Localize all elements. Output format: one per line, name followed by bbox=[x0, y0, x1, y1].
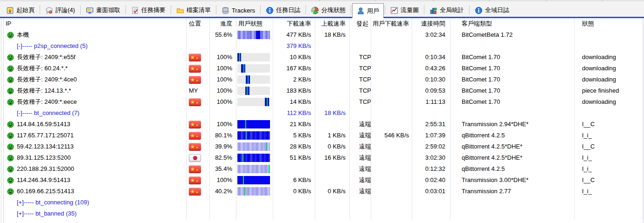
tab-separator bbox=[125, 5, 126, 14]
location-code: MY bbox=[189, 85, 198, 96]
group-label[interactable]: [-]----- p2sp_connected (5) bbox=[17, 42, 88, 49]
peer-download-rate-cell bbox=[371, 119, 412, 130]
download-rate-cell: 183 KB/s bbox=[273, 85, 315, 96]
tab-piece-map[interactable]: 分塊狀態 bbox=[307, 4, 350, 17]
progress-cell bbox=[210, 208, 236, 219]
peer-row[interactable]: 114.84.16.59:51413100%21 KB/s遠端2:55:31Tr… bbox=[4, 119, 644, 130]
ip-cell: 長效種子: 124.13.*.* bbox=[4, 85, 187, 96]
location-cell bbox=[187, 96, 210, 108]
group-row[interactable]: [-]----- p2sp_connected (5)379 KB/s bbox=[4, 41, 644, 52]
client-type-cell: qBittorrent 4.2.5 bbox=[450, 163, 575, 175]
status-cell: downloading bbox=[575, 96, 644, 108]
peer-row[interactable]: 89.31.125.123:520082.5%51 KB/s16 KB/s遠端3… bbox=[4, 152, 644, 163]
peer-download-rate-cell bbox=[371, 197, 412, 208]
tab-comments[interactable]: 評論(4) bbox=[41, 4, 79, 17]
peer-row[interactable]: 114.246.34.9:51413100%6 KB/s遠端0:02:40Tra… bbox=[4, 175, 644, 186]
connection-time-cell: 0:10:30 bbox=[412, 74, 450, 85]
peer-status-bar-cell bbox=[236, 108, 273, 119]
home-page-icon bbox=[6, 7, 14, 14]
download-rate-cell: 379 KB/s bbox=[273, 41, 315, 52]
peer-row[interactable]: 長效種子: 2409:*:eece100%14 KB/sTCP1:11:13Bi… bbox=[4, 96, 644, 108]
column-header-6[interactable]: 上載速率 bbox=[315, 18, 350, 29]
column-header-2[interactable]: 位置 bbox=[187, 18, 210, 29]
upload-rate-cell: 1 KB/s bbox=[315, 130, 350, 141]
tab-label: 全局統計 bbox=[440, 6, 464, 14]
initiation-cell: 遠端 bbox=[350, 163, 371, 175]
bar-position-tick bbox=[248, 75, 249, 84]
column-header-1[interactable]: IP bbox=[4, 18, 187, 29]
global-log-icon bbox=[475, 7, 483, 14]
progress-cell: 100% bbox=[210, 63, 236, 74]
tab-separator bbox=[469, 5, 470, 14]
column-header-11[interactable]: 狀態 bbox=[575, 18, 644, 29]
peer-row[interactable]: 220.188.29.31:5200035.4%遠端0:12:32qBittor… bbox=[4, 163, 644, 175]
progress-cell: 100% bbox=[210, 74, 236, 85]
peer-row[interactable]: 長效種子: 2409:*:4ce0100%2 KB/sTCP0:10:30Bit… bbox=[4, 74, 644, 85]
column-header-4[interactable]: 用戶狀態 bbox=[236, 18, 273, 29]
group-row[interactable]: [+]----- bt_connecting (109) bbox=[4, 197, 644, 208]
status-cell: I_i_ bbox=[575, 186, 644, 197]
peer-row[interactable]: 60.169.66.215:5141340.2%0 KB/s0 KB/s遠端0:… bbox=[4, 186, 644, 197]
tab-home-page[interactable]: 起始頁 bbox=[2, 4, 39, 17]
tab-label: 任務摘要 bbox=[141, 6, 166, 14]
column-header-3[interactable]: 進度 bbox=[210, 18, 236, 29]
tab-separator bbox=[424, 5, 424, 14]
status-cell: I_i_ bbox=[575, 130, 644, 141]
tab-separator bbox=[40, 5, 40, 14]
piece-map-icon bbox=[311, 7, 319, 14]
tab-label: 全域日誌 bbox=[485, 6, 509, 14]
peer-status-bar-cell bbox=[236, 152, 273, 163]
bar-position-tick bbox=[245, 120, 246, 128]
connection-time-cell: 3:02:30 bbox=[412, 152, 450, 163]
client-type-cell: Transmission 3.00*DHE* bbox=[450, 175, 575, 186]
group-label[interactable]: [+]----- bt_connecting (109) bbox=[17, 199, 89, 206]
peer-ip: 117.65.77.171:25071 bbox=[17, 132, 74, 139]
bitcomet-peers-panel: 起始頁評論(4)畫面擷取任務摘要檔案清單Trackers任務日誌分塊狀態用戶流量… bbox=[0, 0, 644, 223]
group-label[interactable]: [-]----- bt_connected (7) bbox=[17, 109, 79, 116]
peer-download-rate-cell bbox=[371, 163, 412, 175]
connection-time-cell bbox=[412, 41, 450, 52]
location-cell bbox=[187, 208, 210, 219]
location-cell bbox=[187, 52, 210, 63]
pane-border-right bbox=[643, 19, 643, 223]
column-header-7[interactable]: 發起 bbox=[350, 18, 371, 29]
ip-cell: [+]----- bt_banned (35) bbox=[4, 208, 187, 219]
peer-row[interactable]: 長效種子: 2409:*:e55f100%10 KB/sTCP0:10:34Bi… bbox=[4, 52, 644, 63]
peer-row[interactable]: 長效種子: 60.24.*.*100%167 KB/sTCP0:43:26Bit… bbox=[4, 63, 644, 74]
upload-rate-cell bbox=[315, 197, 350, 208]
peer-row[interactable]: 本機55.6%477 KB/s18 KB/s3:02:34BitCometBet… bbox=[4, 29, 644, 41]
group-row[interactable]: [+]----- bt_banned (35) bbox=[4, 208, 644, 219]
peer-row[interactable]: 117.65.77.171:2507180.1%5 KB/s1 KB/s遠端54… bbox=[4, 130, 644, 141]
tab-task-log[interactable]: 任務日誌 bbox=[262, 4, 305, 17]
tab-task-summary[interactable]: 任務摘要 bbox=[127, 4, 170, 17]
tab-peers[interactable]: 用戶 bbox=[352, 3, 384, 18]
initiation-cell: 遠端 bbox=[350, 119, 371, 130]
status-cell: downloading bbox=[575, 52, 644, 63]
tab-global-log[interactable]: 全域日誌 bbox=[471, 4, 513, 17]
peer-download-rate-cell bbox=[371, 85, 412, 96]
peer-row[interactable]: 59.42.123.134:1211339.9%28 KB/s0 KB/s遠端2… bbox=[4, 141, 644, 152]
tab-snapshot[interactable]: 畫面擷取 bbox=[82, 4, 125, 17]
connection-time-cell: 3:02:34 bbox=[412, 29, 450, 41]
peer-ip: 長效種子: 60.24.*.* bbox=[17, 65, 68, 72]
peer-row[interactable]: 長效種子: 124.13.*.*MY100%183 KB/sTCP0:09:53… bbox=[4, 85, 644, 96]
tab-trackers[interactable]: Trackers bbox=[217, 4, 259, 17]
tab-traffic[interactable]: 流量圖 bbox=[386, 4, 423, 17]
peer-download-rate-cell bbox=[371, 152, 412, 163]
location-cell: MY bbox=[187, 85, 210, 96]
location-cell bbox=[187, 197, 210, 208]
tab-file-list[interactable]: 檔案清單 bbox=[172, 4, 215, 17]
download-rate-cell: 2 KB/s bbox=[273, 74, 315, 85]
column-header-5[interactable]: 下載速率 bbox=[273, 18, 315, 29]
group-label[interactable]: [+]----- bt_banned (35) bbox=[17, 210, 76, 217]
group-row[interactable]: [-]----- bt_connected (7)112 KB/s18 KB/s bbox=[4, 108, 644, 119]
flag-cn-icon bbox=[189, 98, 201, 106]
column-header-9[interactable]: 連接時間 bbox=[412, 18, 450, 29]
status-cell: I__C bbox=[575, 119, 644, 130]
tab-global-stats[interactable]: 全局統計 bbox=[425, 4, 468, 17]
column-header-10[interactable]: 客戶端類型 bbox=[450, 18, 575, 29]
column-header-8[interactable]: 用戶下載速率 bbox=[371, 18, 412, 29]
screenshot-icon bbox=[86, 7, 94, 14]
peer-ip: 60.169.66.215:51413 bbox=[17, 188, 74, 195]
connection-time-cell: 0:43:26 bbox=[412, 63, 450, 74]
